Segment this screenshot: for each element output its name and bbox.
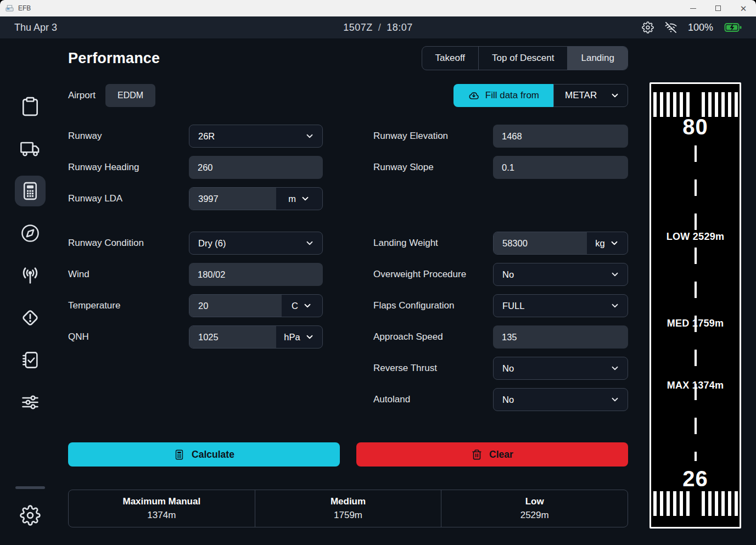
chevron-down-icon xyxy=(610,301,620,311)
chevron-down-icon xyxy=(610,363,620,373)
sidebar-item-compass[interactable] xyxy=(15,218,46,249)
conditions-form-section: Runway Condition Dry (6) Landing Weight … xyxy=(68,232,628,411)
maximize-button[interactable] xyxy=(705,0,731,16)
sidebar-nav xyxy=(0,38,60,545)
app-icon xyxy=(5,4,14,13)
result-label: Low xyxy=(525,496,544,507)
calculator-icon xyxy=(173,449,185,460)
qnh-unit: hPa xyxy=(284,332,300,342)
flaps-configuration-select[interactable]: FULL xyxy=(493,294,628,317)
calculator-icon xyxy=(20,181,41,201)
landing-weight-unit: kg xyxy=(595,238,604,249)
battery-charging-icon xyxy=(724,21,742,33)
chevron-down-icon xyxy=(610,395,620,404)
result-maximum-manual: Maximum Manual 1374m xyxy=(69,490,255,527)
runway-slope-input[interactable] xyxy=(493,156,628,179)
minimize-button[interactable] xyxy=(680,0,705,16)
autoland-select[interactable]: No xyxy=(493,388,628,411)
wind-label: Wind xyxy=(68,269,189,280)
flaps-configuration-value: FULL xyxy=(502,301,524,311)
performance-page: Performance Takeoff Top of Descent Landi… xyxy=(60,38,628,545)
close-button[interactable]: ✕ xyxy=(731,0,756,16)
wifi-off-icon xyxy=(665,21,677,33)
sidebar-item-antenna[interactable] xyxy=(15,260,46,291)
temperature-unit-select[interactable]: C xyxy=(282,295,322,317)
landing-distance-results-table: Maximum Manual 1374m Medium 1759m Low 25… xyxy=(68,490,628,527)
reverse-thrust-select[interactable]: No xyxy=(493,357,628,380)
gear-icon xyxy=(20,505,41,526)
tab-landing[interactable]: Landing xyxy=(568,47,628,70)
runway-diagram: 80 LOW 2529m MED 1759m MAX 1374m 26 xyxy=(649,82,741,529)
runway-lda-input[interactable] xyxy=(189,188,276,210)
gear-icon[interactable] xyxy=(642,21,654,33)
runway-elevation-input[interactable] xyxy=(493,125,628,148)
calculate-button[interactable]: Calculate xyxy=(68,442,340,467)
qnh-field: hPa xyxy=(189,325,323,349)
temperature-label: Temperature xyxy=(68,300,189,311)
temperature-field: C xyxy=(189,294,323,317)
runway-number-top: 80 xyxy=(651,116,740,138)
runway-heading-input[interactable] xyxy=(189,156,323,179)
fill-source-value: METAR xyxy=(565,90,597,101)
overweight-procedure-select[interactable]: No xyxy=(493,263,628,286)
runway-lda-unit: m xyxy=(288,194,296,204)
window-title: EFB xyxy=(18,4,31,12)
chevron-down-icon xyxy=(609,238,619,248)
performance-mode-tabs: Takeoff Top of Descent Landing xyxy=(422,46,628,70)
approach-speed-input[interactable] xyxy=(493,325,628,349)
chevron-down-icon xyxy=(305,131,315,141)
sidebar-item-truck[interactable] xyxy=(15,133,46,164)
antenna-icon xyxy=(20,265,41,286)
landing-weight-unit-select[interactable]: kg xyxy=(587,232,628,254)
runway-number-bottom: 26 xyxy=(651,468,740,490)
runway-marker-max: MAX 1374m xyxy=(651,380,740,391)
chevron-down-icon xyxy=(303,301,312,311)
sidebar-item-performance-calculator[interactable] xyxy=(15,176,46,206)
sidebar-item-sliders[interactable] xyxy=(15,387,46,418)
result-label: Medium xyxy=(331,496,366,507)
chevron-down-icon xyxy=(305,332,315,342)
wind-input[interactable] xyxy=(189,263,323,286)
sidebar-divider xyxy=(15,486,45,489)
runway-lda-field: m xyxy=(189,187,323,210)
qnh-input[interactable] xyxy=(189,326,276,348)
temperature-unit: C xyxy=(292,301,298,311)
runway-condition-select[interactable]: Dry (6) xyxy=(189,232,323,255)
runway-value: 26R xyxy=(198,131,215,142)
sidebar-item-settings[interactable] xyxy=(15,500,46,531)
sidebar-item-warnings[interactable] xyxy=(15,302,46,333)
runway-condition-value: Dry (6) xyxy=(198,238,226,249)
trash-icon xyxy=(471,449,483,460)
qnh-unit-select[interactable]: hPa xyxy=(276,326,322,348)
utc-time: 1507Z xyxy=(343,22,373,33)
chevron-down-icon xyxy=(305,238,315,248)
tab-takeoff[interactable]: Takeoff xyxy=(422,47,479,70)
landing-weight-input[interactable] xyxy=(494,232,587,254)
runway-lda-unit-select[interactable]: m xyxy=(276,188,322,210)
sidebar-item-clipboard[interactable] xyxy=(15,91,46,122)
fill-source-select[interactable]: METAR xyxy=(553,84,628,107)
runway-marker-med: MED 1759m xyxy=(651,318,740,329)
runway-select[interactable]: 26R xyxy=(189,125,323,148)
runway-condition-label: Runway Condition xyxy=(68,238,189,249)
fill-data-from-label: Fill data from xyxy=(485,90,539,101)
temperature-input[interactable] xyxy=(189,295,282,317)
runway-lda-label: Runway LDA xyxy=(68,193,189,204)
compass-icon xyxy=(20,223,41,244)
clear-button[interactable]: Clear xyxy=(356,442,628,467)
airport-code-button[interactable]: EDDM xyxy=(105,84,155,107)
result-medium: Medium 1759m xyxy=(255,490,442,527)
local-time: 18:07 xyxy=(387,22,413,33)
airline-logo-icon xyxy=(18,50,43,76)
sliders-icon xyxy=(20,392,41,413)
landing-weight-label: Landing Weight xyxy=(373,238,493,249)
result-value: 1759m xyxy=(334,510,362,521)
overweight-procedure-label: Overweight Procedure xyxy=(373,269,493,280)
tab-top-of-descent[interactable]: Top of Descent xyxy=(479,47,568,70)
fill-data-from-button[interactable]: Fill data from xyxy=(453,84,553,107)
approach-speed-label: Approach Speed xyxy=(373,332,493,342)
result-value: 2529m xyxy=(520,510,549,521)
battery-percentage: 100% xyxy=(688,22,713,33)
chevron-down-icon xyxy=(610,269,620,279)
sidebar-item-checklist[interactable] xyxy=(15,345,46,375)
